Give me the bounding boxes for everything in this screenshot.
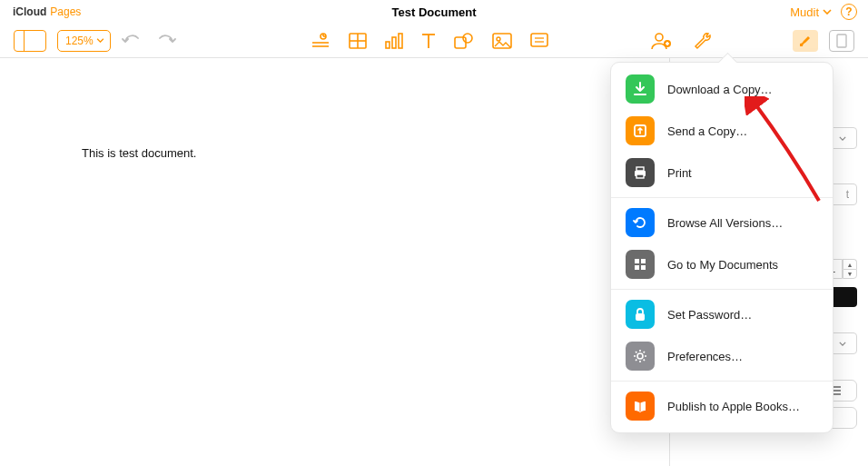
svg-rect-10	[399, 34, 402, 48]
user-name-label: Mudit	[790, 5, 819, 19]
svg-rect-45	[636, 167, 644, 171]
insert-media-button[interactable]	[492, 33, 512, 49]
menuitem-label: Send a Copy…	[667, 124, 747, 138]
wrench-icon	[694, 32, 714, 50]
svg-rect-24	[837, 35, 846, 47]
chevron-down-icon	[96, 38, 104, 43]
format-inspector-button[interactable]	[793, 30, 818, 52]
brand-icloud: iCloud	[13, 5, 46, 18]
insert-shape-button[interactable]	[454, 33, 474, 49]
document-canvas[interactable]: This is test document.	[0, 58, 670, 466]
menu-separator	[611, 197, 833, 198]
svg-point-20	[656, 34, 663, 41]
document-inspector-button[interactable]	[829, 30, 854, 52]
set-password-menuitem[interactable]: Set Password…	[611, 293, 833, 335]
insert-chart-button[interactable]	[385, 33, 403, 49]
table-icon	[349, 33, 367, 49]
redo-button[interactable]	[154, 33, 176, 49]
preferences-menuitem[interactable]: Preferences…	[611, 335, 833, 377]
insert-comment-button[interactable]	[530, 33, 548, 49]
tools-dropdown-menu: Download a Copy… Send a Copy… Print Brow…	[610, 62, 833, 433]
undo-button[interactable]	[122, 33, 143, 49]
chevron-down-icon	[823, 9, 832, 15]
insert-text-button[interactable]	[421, 33, 436, 49]
svg-point-52	[637, 353, 643, 359]
svg-rect-51	[636, 313, 645, 321]
menuitem-label: Go to My Documents	[667, 258, 778, 272]
svg-point-14	[463, 34, 472, 43]
zoom-select[interactable]: 125%	[57, 30, 111, 52]
help-button[interactable]: ?	[841, 4, 857, 20]
collaborate-button[interactable]	[650, 32, 672, 50]
download-copy-menuitem[interactable]: Download a Copy…	[611, 68, 833, 110]
svg-rect-50	[641, 265, 646, 270]
svg-rect-13	[455, 37, 466, 48]
text-icon	[421, 33, 436, 49]
menu-separator	[611, 289, 833, 290]
svg-rect-17	[531, 34, 547, 46]
gear-icon	[626, 342, 655, 371]
redo-icon	[154, 33, 176, 49]
svg-rect-47	[635, 259, 639, 263]
app-brand: iCloud Pages	[13, 5, 81, 18]
go-documents-menuitem[interactable]: Go to My Documents	[611, 243, 833, 285]
stepper-up[interactable]: ▲	[843, 259, 857, 269]
menuitem-label: Browse All Versions…	[667, 216, 783, 230]
collaborate-icon	[650, 32, 672, 50]
menuitem-label: Download a Copy…	[667, 83, 773, 96]
document-title: Test Document	[392, 5, 477, 19]
tools-menu-button[interactable]	[694, 32, 714, 50]
menuitem-label: Print	[667, 166, 692, 180]
shape-icon	[454, 33, 474, 49]
lock-icon	[626, 300, 655, 329]
comment-icon	[530, 33, 548, 49]
undo-icon	[122, 33, 143, 49]
publish-books-menuitem[interactable]: Publish to Apple Books…	[611, 385, 833, 427]
browse-versions-menuitem[interactable]: Browse All Versions…	[611, 202, 833, 243]
menu-separator	[611, 381, 833, 382]
svg-rect-49	[635, 265, 639, 270]
send-icon	[626, 116, 655, 145]
chart-icon	[385, 33, 403, 49]
menuitem-label: Set Password…	[667, 308, 752, 322]
sidebar-toggle-button[interactable]	[14, 30, 46, 52]
stepper-down[interactable]: ▼	[843, 269, 857, 279]
download-icon	[626, 74, 655, 104]
books-icon	[626, 392, 655, 421]
send-copy-menuitem[interactable]: Send a Copy…	[611, 110, 833, 152]
documents-icon	[626, 250, 655, 279]
chevron-down-icon	[839, 136, 846, 141]
user-menu[interactable]: Mudit	[790, 5, 832, 19]
menuitem-label: Publish to Apple Books…	[667, 400, 800, 413]
zoom-value-label: 125%	[65, 35, 94, 47]
svg-rect-9	[392, 37, 396, 48]
print-icon	[626, 158, 655, 187]
insert-table-button[interactable]	[349, 33, 367, 49]
svg-point-16	[497, 37, 500, 41]
svg-rect-48	[641, 259, 646, 263]
svg-rect-46	[636, 174, 644, 178]
versions-icon	[626, 208, 655, 237]
menuitem-label: Preferences…	[667, 350, 743, 363]
image-icon	[492, 33, 512, 49]
print-menuitem[interactable]: Print	[611, 152, 833, 193]
insert-paragraph-button[interactable]	[311, 33, 330, 49]
svg-rect-8	[386, 42, 390, 48]
brand-pages: Pages	[50, 5, 81, 18]
document-icon	[836, 34, 847, 48]
brush-icon	[797, 33, 814, 49]
paragraph-icon	[311, 33, 330, 49]
chevron-down-icon	[839, 342, 846, 346]
document-body-text: This is test document.	[82, 146, 196, 160]
